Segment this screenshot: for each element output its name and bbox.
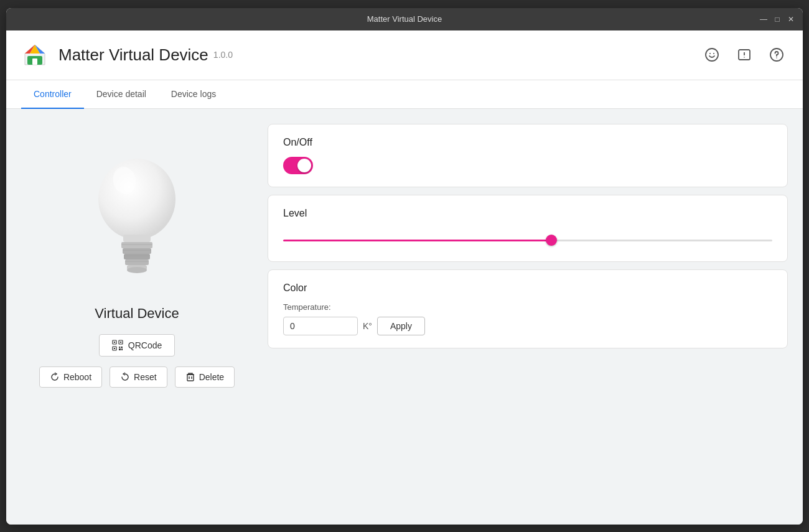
action-buttons: Reboot Reset xyxy=(39,366,235,388)
svg-rect-19 xyxy=(124,254,150,259)
temperature-row: K° Apply xyxy=(283,317,772,335)
svg-point-26 xyxy=(127,267,147,273)
color-title: Color xyxy=(283,282,772,294)
onoff-toggle[interactable] xyxy=(283,157,313,174)
tab-device-logs[interactable]: Device logs xyxy=(159,80,228,109)
device-name: Virtual Device xyxy=(95,306,179,322)
minimize-button[interactable]: — xyxy=(759,15,768,24)
qrcode-button[interactable]: QRCode xyxy=(99,334,175,357)
header-icons xyxy=(701,44,788,66)
app-title: Matter Virtual Device xyxy=(58,45,208,65)
help-icon xyxy=(769,47,784,62)
svg-rect-36 xyxy=(121,348,123,350)
svg-rect-35 xyxy=(119,348,121,350)
maximize-button[interactable]: □ xyxy=(773,15,782,24)
svg-rect-17 xyxy=(121,242,152,248)
reset-button[interactable]: Reset xyxy=(110,366,167,388)
alert-icon xyxy=(737,47,752,62)
tab-device-detail[interactable]: Device detail xyxy=(84,80,159,109)
svg-point-13 xyxy=(776,57,777,58)
reset-icon xyxy=(120,372,130,382)
app-header: Matter Virtual Device 1.0.0 xyxy=(6,30,803,80)
color-card: Color Temperature: K° Apply xyxy=(268,269,788,348)
reboot-icon xyxy=(50,372,60,382)
qrcode-label: QRCode xyxy=(128,340,162,350)
onoff-title: On/Off xyxy=(283,137,772,148)
bulb-svg xyxy=(81,140,193,289)
svg-point-6 xyxy=(706,49,718,61)
main-content: Virtual Device QRCode xyxy=(6,109,803,525)
toggle-track xyxy=(283,157,313,174)
title-bar-controls: — □ ✕ xyxy=(759,15,795,24)
level-card: Level xyxy=(268,195,788,262)
emoji-icon xyxy=(704,47,719,62)
device-image xyxy=(75,134,199,296)
svg-rect-33 xyxy=(119,347,120,348)
svg-rect-32 xyxy=(114,348,115,349)
delete-button[interactable]: Delete xyxy=(175,366,235,388)
svg-rect-34 xyxy=(121,347,123,348)
svg-rect-18 xyxy=(123,248,151,254)
onoff-toggle-wrapper xyxy=(283,157,772,174)
emoji-button[interactable] xyxy=(701,44,723,66)
onoff-card: On/Off xyxy=(268,124,788,187)
alert-button[interactable] xyxy=(733,44,755,66)
svg-rect-28 xyxy=(114,342,115,343)
close-button[interactable]: ✕ xyxy=(787,15,795,24)
temperature-unit: K° xyxy=(363,321,372,331)
svg-rect-20 xyxy=(125,259,149,265)
temperature-label: Temperature: xyxy=(283,302,772,312)
title-bar-title: Matter Virtual Device xyxy=(367,14,442,24)
reboot-button[interactable]: Reboot xyxy=(39,366,102,388)
toggle-thumb xyxy=(297,159,311,172)
apply-button[interactable]: Apply xyxy=(377,317,425,335)
svg-point-11 xyxy=(744,57,745,58)
app-logo xyxy=(21,41,49,68)
right-panel: On/Off Level Colo xyxy=(268,109,803,525)
level-slider[interactable] xyxy=(283,240,772,241)
svg-rect-37 xyxy=(187,375,194,381)
temperature-input[interactable] xyxy=(283,317,358,335)
qrcode-icon xyxy=(112,340,123,351)
title-bar: Matter Virtual Device — □ ✕ xyxy=(6,8,803,30)
tabs: Controller Device detail Device logs xyxy=(6,80,803,109)
svg-rect-16 xyxy=(123,235,151,242)
svg-rect-5 xyxy=(32,58,37,65)
delete-label: Delete xyxy=(199,372,224,382)
svg-point-8 xyxy=(713,53,714,54)
level-title: Level xyxy=(283,208,772,219)
app-window: Matter Virtual Device — □ ✕ Matter Virtu… xyxy=(6,8,803,525)
level-slider-wrapper xyxy=(283,228,772,249)
reset-label: Reset xyxy=(134,372,157,382)
left-panel: Virtual Device QRCode xyxy=(6,109,268,525)
help-button[interactable] xyxy=(765,44,788,66)
tab-controller[interactable]: Controller xyxy=(21,80,84,109)
svg-point-14 xyxy=(98,159,175,240)
svg-point-7 xyxy=(709,53,711,54)
app-version: 1.0.0 xyxy=(213,50,233,60)
delete-icon xyxy=(185,372,195,382)
svg-rect-30 xyxy=(120,342,121,343)
reboot-label: Reboot xyxy=(63,372,91,382)
